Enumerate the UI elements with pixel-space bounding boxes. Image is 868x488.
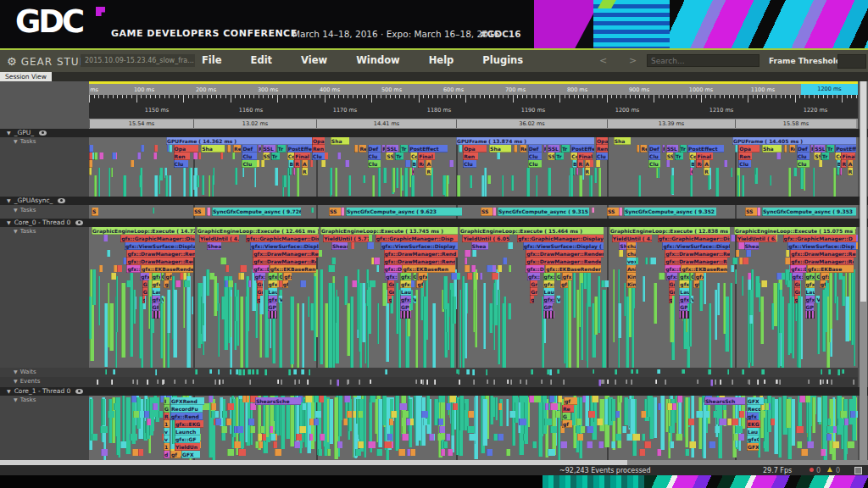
- task-bar[interactable]: gfx::ViewSurface::Display (: [250, 242, 319, 250]
- task-bar[interactable]: PostEffect: [287, 145, 312, 152]
- task-bar[interactable]: I: [164, 397, 170, 405]
- task-bar[interactable]: Tr: [680, 145, 687, 152]
- collapse-icon[interactable]: ▼: [14, 207, 18, 213]
- task-bar[interactable]: gfx::: [821, 273, 829, 280]
- task-bar[interactable]: [293, 168, 296, 175]
- task-bar[interactable]: gfx::GF: [175, 435, 200, 443]
- task-bar[interactable]: Opa: [596, 137, 608, 145]
- task-bar[interactable]: R: [848, 168, 853, 175]
- task-bar[interactable]: [840, 168, 842, 175]
- task-bar[interactable]: GFXRend: [170, 397, 204, 405]
- task-bar[interactable]: YieldUntil ( 6.057 ms: [462, 235, 509, 242]
- track-sub-core0-events[interactable]: ▼Events: [14, 378, 40, 385]
- task-bar[interactable]: Clu: [528, 152, 542, 160]
- engine-loop-bar[interactable]: GraphicEngineLoop::Execute ( 13.745 ms ): [320, 227, 458, 235]
- task-bar[interactable]: [89, 160, 92, 168]
- task-bar[interactable]: [169, 145, 171, 152]
- task-bar[interactable]: R: [543, 145, 546, 152]
- track-header-gpuasync[interactable]: ▼_GPUAsync_: [0, 197, 868, 205]
- task-bar[interactable]: gfx::R: [805, 273, 815, 280]
- task-bar[interactable]: Clu: [242, 152, 256, 160]
- task-bar[interactable]: G: [815, 273, 819, 280]
- task-bar[interactable]: gfx::E: [805, 280, 815, 288]
- task-bar[interactable]: gfx::: [268, 296, 278, 303]
- task-bar[interactable]: PostEffect: [409, 145, 447, 152]
- task-bar[interactable]: GFX: [747, 397, 764, 405]
- task-bar[interactable]: V: [556, 296, 560, 303]
- task-bar[interactable]: gfx::: [165, 273, 173, 280]
- task-bar[interactable]: gfx::: [400, 296, 411, 303]
- task-bar[interactable]: R: [704, 168, 709, 175]
- task-bar[interactable]: ShearsSche: [255, 397, 301, 405]
- task-bar[interactable]: gfx::Dra: [665, 265, 680, 273]
- task-bar[interactable]: GPU: [268, 303, 276, 311]
- task-bar[interactable]: [805, 311, 815, 319]
- task-bar[interactable]: SyncGfxCompute_async ( 9.353: [762, 208, 856, 216]
- task-bar[interactable]: A: [426, 160, 431, 168]
- task-bar[interactable]: Shear: [331, 242, 348, 250]
- task-bar[interactable]: g: [142, 296, 146, 303]
- task-bar[interactable]: gfx::GraphicManager::Displ: [246, 235, 319, 242]
- task-bar[interactable]: gfx::EKG: [175, 420, 203, 428]
- task-bar[interactable]: EKG: [747, 420, 760, 428]
- frame-duration[interactable]: 13.39 ms: [607, 119, 735, 128]
- task-bar[interactable]: YieldUntil ( 6.081 ms ): [737, 235, 777, 242]
- task-bar[interactable]: RecordFu: [170, 405, 203, 413]
- task-bar[interactable]: gfx::ViewSurface::Display ( 8.6: [523, 242, 604, 250]
- task-bar[interactable]: gfx::EKBase: [807, 265, 854, 273]
- menu-plugins[interactable]: Plugins: [482, 54, 523, 66]
- task-bar[interactable]: gfx::R: [152, 273, 160, 280]
- task-bar[interactable]: gfx::: [283, 273, 292, 280]
- task-bar[interactable]: gf: [562, 420, 572, 428]
- task-bar[interactable]: [735, 145, 737, 152]
- task-bar[interactable]: Ren: [596, 145, 608, 152]
- task-bar[interactable]: Opa: [463, 145, 487, 152]
- task-bar[interactable]: PostEffect: [687, 145, 724, 152]
- nav-next-button[interactable]: >: [629, 55, 637, 66]
- task-bar[interactable]: C: [690, 168, 692, 175]
- task-bar[interactable]: d: [164, 451, 170, 458]
- collapse-icon[interactable]: ▼: [7, 130, 11, 136]
- task-bar[interactable]: [543, 311, 555, 319]
- task-bar[interactable]: gfx::GraphicManager::Display All: [120, 235, 195, 242]
- task-bar[interactable]: Final: [577, 152, 593, 160]
- task-bar[interactable]: gfx::Dr: [253, 265, 269, 273]
- task-bar[interactable]: Shear: [207, 242, 221, 250]
- task-bar[interactable]: Clu: [312, 152, 325, 160]
- task-bar[interactable]: Tr: [821, 152, 829, 160]
- task-bar[interactable]: gfx::E: [543, 280, 555, 288]
- task-bar[interactable]: [268, 311, 278, 319]
- task-bar[interactable]: gfx::R: [543, 273, 555, 280]
- task-bar[interactable]: Opa: [174, 145, 198, 152]
- task-bar[interactable]: GPU: [543, 303, 554, 311]
- task-bar[interactable]: Bl: [837, 160, 840, 168]
- task-bar[interactable]: gfx: [416, 280, 423, 288]
- task-bar[interactable]: [576, 168, 578, 175]
- task-bar[interactable]: gfx::: [152, 296, 160, 303]
- engine-loop-bar[interactable]: GraphicEngineLoop::Execute ( 12.461 ms ): [197, 227, 319, 235]
- task-bar[interactable]: Def: [368, 145, 381, 152]
- task-bar[interactable]: Sha: [201, 145, 225, 152]
- task-bar[interactable]: gfx::GraphicManager::D: [783, 235, 856, 242]
- task-bar[interactable]: Clu: [797, 160, 810, 168]
- task-bar[interactable]: Final: [841, 152, 854, 160]
- session-filename[interactable]: 2015.10.09-15.23.46_slow_fra...: [81, 54, 195, 67]
- task-bar[interactable]: Laun: [679, 288, 688, 296]
- task-bar[interactable]: SS: [745, 208, 757, 216]
- task-bar[interactable]: gfx::DrawManager::Rende: [253, 258, 316, 265]
- task-bar[interactable]: gfx::DrawManager::Rend: [384, 258, 455, 265]
- task-bar[interactable]: gf: [170, 451, 181, 458]
- task-bar[interactable]: V: [278, 296, 281, 303]
- event-mark[interactable]: [337, 380, 339, 386]
- task-bar[interactable]: gfx::DrawManager::RenderVie: [126, 258, 192, 265]
- task-bar[interactable]: Tr: [826, 145, 834, 152]
- task-bar[interactable]: gfx::D: [792, 273, 803, 280]
- vertical-scrollbar-thumb[interactable]: [860, 81, 866, 302]
- task-bar[interactable]: C: [412, 168, 415, 175]
- menu-window[interactable]: Window: [356, 54, 400, 66]
- task-bar[interactable]: SSL: [386, 145, 398, 152]
- task-bar[interactable]: [89, 152, 92, 160]
- task-bar[interactable]: gfx::DrawManager::Re: [790, 258, 854, 265]
- task-bar[interactable]: PostEffect: [835, 145, 856, 152]
- task-bar[interactable]: R: [302, 168, 308, 175]
